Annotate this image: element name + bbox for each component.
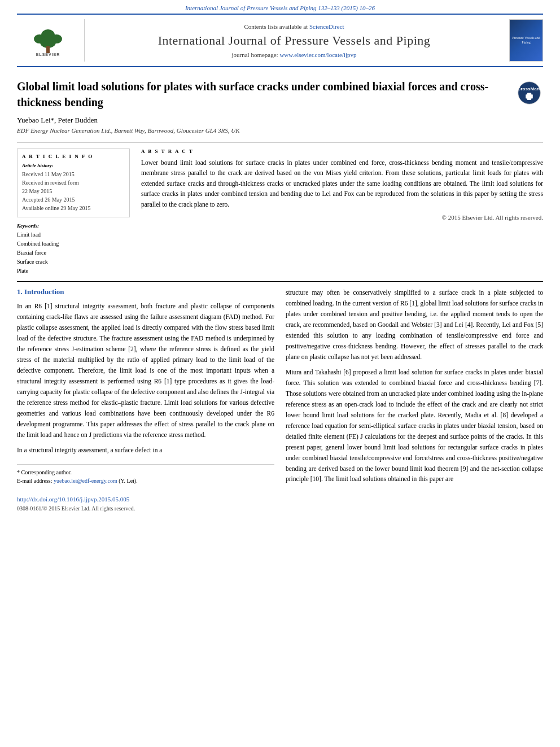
abstract-header: A B S T R A C T <box>141 148 543 154</box>
svg-text:CrossMark: CrossMark <box>517 86 541 91</box>
article-title-section: Global limit load solutions for plates w… <box>17 78 543 143</box>
abstract-text: Lower bound limit load solutions for sur… <box>141 158 543 209</box>
crossmark-icon: CrossMark <box>517 80 542 106</box>
article-info-abstract-section: A R T I C L E I N F O Article history: R… <box>17 148 543 276</box>
body-divider <box>17 281 543 282</box>
elsevier-logo-section: ELSEVIER <box>17 19 85 62</box>
intro-para-1: In an R6 [1] structural integrity assess… <box>17 301 274 440</box>
abstract-section: A B S T R A C T Lower bound limit load s… <box>141 148 543 221</box>
received-date: Received 11 May 2015 <box>22 170 125 178</box>
article-history-header: Article history: <box>22 163 125 168</box>
journal-title-header: International Journal of Pressure Vessel… <box>158 33 431 48</box>
sciencedirect-link[interactable]: ScienceDirect <box>309 23 344 30</box>
article-info-box: A R T I C L E I N F O Article history: R… <box>17 148 130 217</box>
body-col-left: 1. Introduction In an R6 [1] structural … <box>17 287 274 489</box>
footnote-email-link[interactable]: yuebao.lei@edf-energy.com <box>54 478 117 484</box>
keywords-section: Keywords: Limit load Combined loading Bi… <box>17 223 130 276</box>
footnote-email-suffix: (Y. Lei). <box>119 478 137 484</box>
footnote-corresponding: * Corresponding author. <box>17 468 274 477</box>
article-authors: Yuebao Lei*, Peter Budden <box>17 116 504 125</box>
keyword-5: Plate <box>17 267 130 276</box>
abstract-col: A B S T R A C T Lower bound limit load s… <box>141 148 543 276</box>
footnote-email: E-mail address: yuebao.lei@edf-energy.co… <box>17 477 274 485</box>
online-date: Available online 29 May 2015 <box>22 204 125 212</box>
keyword-2: Combined loading <box>17 239 130 248</box>
section-1-heading: 1. Introduction <box>17 287 274 296</box>
footnote-section: * Corresponding author. E-mail address: … <box>17 464 274 485</box>
keyword-1: Limit load <box>17 230 130 239</box>
issn-line: 0308-0161/© 2015 Elsevier Ltd. All right… <box>17 505 135 512</box>
crossmark-badge[interactable]: CrossMark <box>515 78 543 107</box>
intro-para-2: In a structural integrity assessment, a … <box>17 445 274 456</box>
thumb-title: Pressure Vessels and Piping <box>512 36 540 45</box>
body-section: 1. Introduction In an R6 [1] structural … <box>17 287 543 489</box>
svg-rect-9 <box>526 94 533 98</box>
intro-para-right-1: structure may often be conservatively si… <box>286 287 543 362</box>
sciencedirect-line: Contents lists available at ScienceDirec… <box>244 23 344 30</box>
intro-para-right-2: Miura and Takahashi [6] proposed a limit… <box>286 367 543 485</box>
accepted-date: Accepted 26 May 2015 <box>22 195 125 204</box>
elsevier-tree-svg: ELSEVIER <box>28 27 68 58</box>
revised-label: Received in revised form <box>22 178 125 187</box>
doi-link[interactable]: http://dx.doi.org/10.1016/j.ijpvp.2015.0… <box>17 496 129 503</box>
journal-thumb: Pressure Vessels and Piping <box>504 19 543 62</box>
journal-header: ELSEVIER Contents lists available at Sci… <box>17 14 543 67</box>
article-main-title: Global limit load solutions for plates w… <box>17 78 504 110</box>
body-col-right: structure may often be conservatively si… <box>286 287 543 489</box>
bottom-links: http://dx.doi.org/10.1016/j.ijpvp.2015.0… <box>17 495 543 513</box>
homepage-prefix: journal homepage: <box>231 51 278 58</box>
article-info-col: A R T I C L E I N F O Article history: R… <box>17 148 130 276</box>
contents-label: Contents lists available at <box>244 23 308 30</box>
journal-reference-line: International Journal of Pressure Vessel… <box>0 0 560 14</box>
article-affiliation: EDF Energy Nuclear Generation Ltd., Barn… <box>17 127 504 134</box>
svg-text:ELSEVIER: ELSEVIER <box>36 53 60 56</box>
keyword-3: Biaxial force <box>17 248 130 257</box>
footnote-email-label: E-mail address: <box>17 478 52 484</box>
copyright-line: © 2015 Elsevier Ltd. All rights reserved… <box>141 214 543 221</box>
journal-header-main: Contents lists available at ScienceDirec… <box>85 19 504 62</box>
article-title-text: Global limit load solutions for plates w… <box>17 78 504 134</box>
article-info-header: A R T I C L E I N F O <box>22 154 125 159</box>
keywords-header: Keywords: <box>17 223 130 229</box>
journal-homepage-line: journal homepage: www.elsevier.com/locat… <box>231 51 356 58</box>
journal-cover-thumb: Pressure Vessels and Piping <box>509 19 543 62</box>
elsevier-logo: ELSEVIER <box>23 24 73 58</box>
revised-date: 22 May 2015 <box>22 187 125 195</box>
keyword-4: Surface crack <box>17 257 130 267</box>
journal-homepage-link[interactable]: www.elsevier.com/locate/ijpvp <box>279 51 356 58</box>
